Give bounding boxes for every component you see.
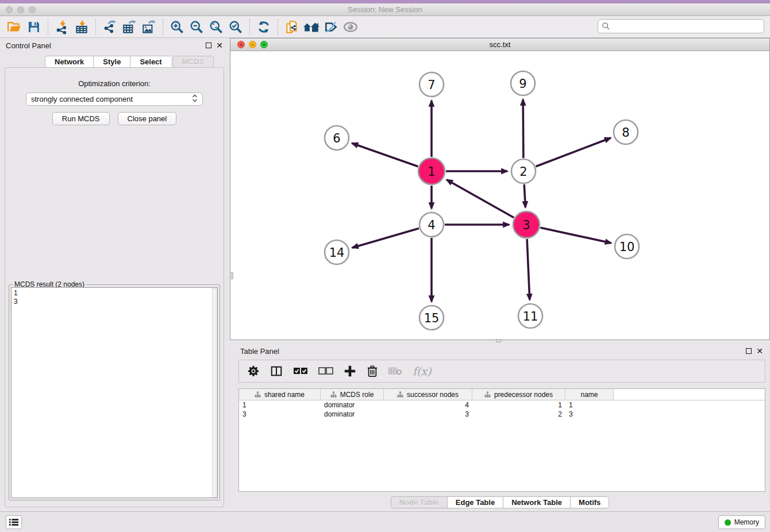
hide-labels-icon[interactable] [321, 18, 341, 36]
cell-shared-name[interactable]: 3 [239, 410, 321, 419]
table-tab-edge-table[interactable]: Edge Table [447, 496, 503, 508]
refresh-view-icon[interactable] [254, 18, 274, 36]
table-header-row: shared nameMCDS rolesuccessor nodesprede… [239, 389, 765, 400]
export-table-icon[interactable] [120, 18, 139, 36]
session-title: Session: New Session [0, 5, 770, 14]
cell-shared-name[interactable]: 1 [239, 400, 321, 410]
toolbar-separator [163, 19, 163, 35]
table-row[interactable]: 1dominator411 [239, 400, 765, 410]
zoom-fit-icon[interactable] [206, 18, 226, 36]
cell-name[interactable]: 1 [565, 400, 614, 410]
close-panel-button[interactable]: Close panel [118, 112, 177, 125]
table-tab-node-table[interactable]: Node Table [391, 496, 447, 508]
column-header-name[interactable]: name [565, 389, 614, 400]
clone-network-icon[interactable] [282, 18, 302, 36]
main-toolbar [0, 16, 770, 38]
criterion-select[interactable]: strongly connected component [26, 92, 203, 106]
import-table-icon[interactable] [72, 18, 91, 36]
show-graphics-details-icon[interactable] [341, 18, 360, 36]
delete-column-icon[interactable] [367, 365, 378, 377]
node-label-2: 2 [519, 165, 527, 179]
home-layout-icon[interactable] [302, 18, 321, 36]
cell-MCDS-role[interactable]: dominator [321, 410, 384, 419]
column-header-MCDS-role[interactable]: MCDS role [321, 389, 384, 400]
zoom-selected-icon[interactable] [226, 18, 245, 36]
control-panel: Control Panel ✕ NetworkStyleSelectMCDS O… [0, 38, 229, 511]
result-scrollbar[interactable] [212, 288, 217, 498]
select-all-rows-icon[interactable] [293, 367, 308, 376]
export-image-icon[interactable] [139, 18, 159, 36]
deselect-all-rows-icon[interactable] [318, 367, 333, 376]
search-input[interactable] [610, 22, 764, 30]
edge-2-9[interactable] [523, 99, 523, 158]
open-session-icon[interactable] [5, 18, 24, 36]
cell-name[interactable]: 3 [565, 410, 614, 419]
node-label-6: 6 [333, 132, 340, 145]
column-header-label: name [580, 391, 598, 399]
import-network-icon[interactable] [52, 18, 72, 36]
network-canvas[interactable]: 7968124314101511 [230, 51, 769, 340]
close-panel-icon[interactable]: ✕ [216, 41, 223, 50]
node-label-3: 3 [522, 218, 530, 232]
table-toolbar: f(x) [238, 360, 765, 383]
column-header-predecessor-nodes[interactable]: predecessor nodes [472, 389, 565, 400]
save-session-icon[interactable] [24, 18, 44, 36]
network-window-titlebar[interactable]: × − + scc.txt [230, 38, 769, 51]
close-panel-icon[interactable]: ✕ [756, 346, 763, 356]
table-tab-motifs[interactable]: Motifs [570, 496, 609, 508]
export-network-icon[interactable] [100, 18, 120, 36]
cell-predecessor-nodes[interactable]: 2 [472, 410, 565, 419]
delete-table-icon[interactable] [388, 366, 402, 376]
cell-successor-nodes[interactable]: 4 [384, 400, 472, 410]
select-chevrons-icon [192, 94, 198, 104]
column-header-label: predecessor nodes [494, 391, 553, 399]
control-tab-style[interactable]: Style [93, 56, 130, 68]
control-tab-select[interactable]: Select [130, 56, 171, 68]
toolbar-separator [278, 19, 278, 35]
toolbar-separator [48, 19, 48, 35]
node-table[interactable]: shared nameMCDS rolesuccessor nodesprede… [238, 388, 765, 492]
table-row[interactable]: 3dominator323 [239, 410, 765, 419]
edge-3-10[interactable] [540, 228, 611, 243]
memory-button[interactable]: Memory [718, 515, 765, 529]
app-titlebar: Session: New Session [0, 3, 770, 16]
search-box[interactable] [598, 19, 764, 33]
optimization-criterion-label: Optimization criterion: [5, 79, 224, 88]
cell-successor-nodes[interactable]: 3 [384, 410, 472, 419]
add-column-icon[interactable] [344, 365, 356, 377]
column-header-successor-nodes[interactable]: successor nodes [384, 389, 472, 400]
edge-2-8[interactable] [536, 138, 610, 167]
cell-predecessor-nodes[interactable]: 1 [472, 400, 565, 410]
float-panel-icon[interactable] [746, 348, 752, 354]
run-mcds-button[interactable]: Run MCDS [52, 112, 110, 125]
zoom-in-icon[interactable] [167, 18, 187, 36]
edge-1-6[interactable] [352, 143, 418, 166]
toggle-panel-columns-icon[interactable] [270, 365, 283, 377]
mcds-result-text[interactable]: 1 3 [11, 287, 218, 498]
vertical-splitter-handle[interactable] [230, 272, 233, 279]
node-label-11: 11 [523, 310, 538, 323]
cell-MCDS-role[interactable]: dominator [321, 400, 384, 410]
task-history-button[interactable] [6, 515, 22, 529]
edge-4-14[interactable] [352, 228, 419, 248]
memory-status-dot [725, 519, 731, 526]
zoom-out-icon[interactable] [187, 18, 206, 36]
float-panel-icon[interactable] [206, 43, 211, 48]
node-label-8: 8 [622, 126, 629, 140]
table-panel: Table Panel ✕ f(x) shared nameMCDS roles… [230, 344, 770, 510]
control-tab-network[interactable]: Network [45, 56, 93, 68]
mcds-panel: Optimization criterion: strongly connect… [5, 67, 224, 507]
column-tree-icon [330, 391, 337, 398]
table-settings-gear-icon[interactable] [247, 365, 260, 377]
control-tab-mcds[interactable]: MCDS [172, 56, 214, 68]
edge-2-3[interactable] [524, 184, 525, 207]
column-tree-icon [255, 391, 261, 398]
edge-3-11[interactable] [527, 239, 530, 300]
column-header-shared-name[interactable]: shared name [239, 389, 321, 400]
table-tabs: Node TableEdge TableNetwork TableMotifs [230, 496, 770, 508]
function-builder-icon[interactable]: f(x) [413, 365, 432, 377]
table-tab-network-table[interactable]: Network Table [503, 496, 570, 508]
edge-3-1[interactable] [446, 180, 514, 218]
horizontal-splitter-handle[interactable] [496, 339, 501, 342]
control-panel-title: Control Panel [6, 41, 51, 50]
